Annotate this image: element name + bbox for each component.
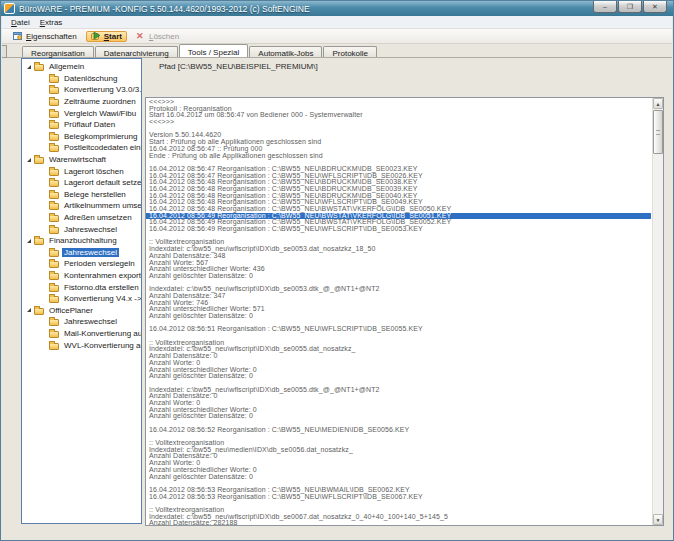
folder-icon [49,122,59,129]
log-line[interactable]: 16.04.2012 08:56:52 Reorganisation : C:\… [146,427,651,434]
minimize-button[interactable]: – [593,1,617,13]
menu-extras[interactable]: Extras [35,17,68,28]
tree-item-artikelnummern-umsetzen[interactable]: Artikelnummern umsetzen [22,200,141,212]
log-line[interactable]: Anzahl gelöschter Datensätze: 0 [146,313,651,320]
start-label: Start [104,32,122,41]
tree-item-jahreswechsel[interactable]: Jahreswechsel [22,223,141,235]
log-line[interactable] [146,126,651,133]
tree-item-lagerort-l-schen[interactable]: Lagerort löschen [22,165,141,177]
window-controls: – ❐ ✕ [593,1,667,13]
tab-datenarchivierung[interactable]: Datenarchivierung [95,46,178,57]
tree-group-allgemein[interactable]: Allgemein [22,61,141,73]
log-line[interactable]: Anzahl gelöschter Datensätze: 0 [146,474,651,481]
folder-icon [49,285,59,292]
tree-group-finanzbuchhaltung[interactable]: Finanzbuchhaltung [22,235,141,247]
tree-item-lagerort-default-setzen[interactable]: Lagerort default setzen [22,177,141,189]
eigenschaften-button[interactable]: Eigenschaften [8,31,82,42]
log-line[interactable]: Indexdatei: c:\bw55_neu\wflscript\IDX\db… [146,346,651,353]
log-line[interactable]: Anzahl gelöschter Datensätze: 0 [146,373,651,380]
log-line[interactable]: Anzahl Datensätze: 0 [146,393,651,400]
tree-item-belege-herstellen[interactable]: Belege herstellen [22,189,141,201]
tree-item-wvl-konvertierung-auf-v5-0[interactable]: WVL-Konvertierung auf V5.0 [22,339,141,351]
app-window: BüroWARE - PREMIUM -KONFIG 5.50.144.4620… [0,0,674,541]
log-line[interactable]: <<<>>> [146,119,651,126]
eigenschaften-label: Eigenschaften [26,32,77,41]
delete-x-icon: ✕ [136,31,146,41]
start-button[interactable]: Start [86,31,127,42]
splitter-handle[interactable] [2,45,7,58]
tree-item-datenl-schung[interactable]: Datenlöschung [22,73,141,85]
loeschen-label: Löschen [149,32,179,41]
close-button[interactable]: ✕ [643,1,667,13]
tree-item-vergleich-wawi-fibu[interactable]: Vergleich Wawi/Fibu [22,107,141,119]
expand-triangle-icon[interactable] [27,308,31,312]
folder-icon [49,87,59,94]
tree-item-jahreswechsel[interactable]: Jahreswechsel [22,316,141,328]
log-line[interactable]: Anzahl Datensätze: 0 [146,353,651,360]
menu-bar: Datei Extras [2,16,672,29]
folder-icon [34,64,44,71]
folder-icon [49,261,59,268]
tree-item-adre-en-umsetzen[interactable]: Adreßen umsetzen [22,212,141,224]
log-line[interactable]: 16.04.2012 08:56:49 Reorganisation : C:\… [146,226,651,233]
maximize-button[interactable]: ❐ [618,1,642,13]
tree-item-fistorno-dta-erstellen[interactable]: Fistorno.dta erstellen [22,281,141,293]
tree-item-konvertierung-v3-0-3-1-v4-0[interactable]: Konvertierung V3.0/3.1->V4.0 [22,84,141,96]
toolbar: Eigenschaften Start ✕ Löschen [2,29,672,44]
scroll-down-button[interactable]: ▼ [653,514,663,525]
folder-icon [49,203,59,210]
folder-icon [49,215,59,222]
tree-item-postleitcodedaten-einlesen[interactable]: Postleitcodedaten einlesen [22,142,141,154]
log-box: <<<>>>Protokoll : ReorganisationStart 16… [145,97,664,526]
tab-reorganisation[interactable]: Reorganisation [22,46,94,57]
expand-triangle-icon[interactable] [27,65,31,69]
folder-icon [49,250,59,257]
tree-item-mail-konvertierung-auf-v4-2[interactable]: Mail-Konvertierung auf V4.2 [22,328,141,340]
tree-item-pr-flauf-daten[interactable]: Prüflauf Daten [22,119,141,131]
tree-item-jahreswechsel[interactable]: Jahreswechsel [22,247,141,259]
tree-item-konvertierung-v4-x-v5-0[interactable]: Konvertierung V4.x -> V5.0 [22,293,141,305]
log-line[interactable]: Anzahl Datensätze: 0 [146,453,651,460]
log-line[interactable]: Anzahl gelöschter Datensätze: 0 [146,273,651,280]
start-icon [91,31,101,41]
folder-icon [49,331,59,338]
folder-icon [49,343,59,350]
folder-icon [49,319,59,326]
tree-item-perioden-versiegeln[interactable]: Perioden versiegeln [22,258,141,270]
log-line[interactable]: Anzahl gelöschter Datensätze: 0 [146,413,651,420]
folder-icon [49,192,59,199]
folder-icon [49,76,59,83]
loeschen-button: ✕ Löschen [131,31,184,42]
log-line[interactable]: Anzahl Datensätze: 347 [146,293,651,300]
tab-tools-spezial[interactable]: Tools / Spezial [179,44,249,57]
log-line[interactable]: 16.04.2012 08:56:51 Reorganisation : C:\… [146,326,651,333]
folder-icon [34,238,44,245]
tab-automatik-jobs[interactable]: Automatik-Jobs [249,46,322,57]
scroll-up-button[interactable]: ▲ [653,98,663,109]
tree-group-warenwirtschaft[interactable]: Warenwirtschaft [22,154,141,166]
expand-triangle-icon[interactable] [27,158,31,162]
log-line[interactable]: Indexdatei: c:\bw55_neu\medien\IDX\db_se… [146,447,651,454]
log-scrollbar[interactable]: ▲ ▼ [652,98,663,525]
folder-icon [49,111,59,118]
log-line[interactable]: Ende : Prüfung ob alle Applikationen ges… [146,153,651,160]
log-line[interactable]: Start 16.04.2012 um 08:56:47 von Bediene… [146,112,651,119]
tab-protokolle[interactable]: Protokolle [323,46,377,57]
tree-item-belegkomprimierung[interactable]: Belegkomprimierung [22,131,141,143]
properties-icon [13,31,23,41]
folder-icon [49,296,59,303]
path-label: Pfad [C:\BW55_NEU\BEISPIEL_PREMIUM\] [159,62,318,71]
tree-item-kontenrahmen-exportieren[interactable]: Kontenrahmen exportieren [22,270,141,282]
scroll-thumb[interactable] [653,110,663,154]
expand-triangle-icon[interactable] [27,239,31,243]
log-line[interactable]: Anzahl Datensätze: 348 [146,253,651,260]
log-line[interactable]: Indexdatei: c:\bw55_neu\wflscript\IDX\db… [146,387,651,394]
log-line[interactable]: Anzahl Datensätze: 282188 [146,520,651,525]
folder-icon [34,308,44,315]
title-bar[interactable]: BüroWARE - PREMIUM -KONFIG 5.50.144.4620… [1,1,673,16]
folder-icon [49,169,59,176]
tree-group-officeplaner[interactable]: OfficePlaner [22,304,141,316]
tree-item-zeitr-ume-zuordnen[interactable]: Zeiträume zuordnen [22,96,141,108]
menu-datei[interactable]: Datei [6,17,35,28]
log-line[interactable]: 16.04.2012 08:56:53 Reorganisation : C:\… [146,494,651,501]
